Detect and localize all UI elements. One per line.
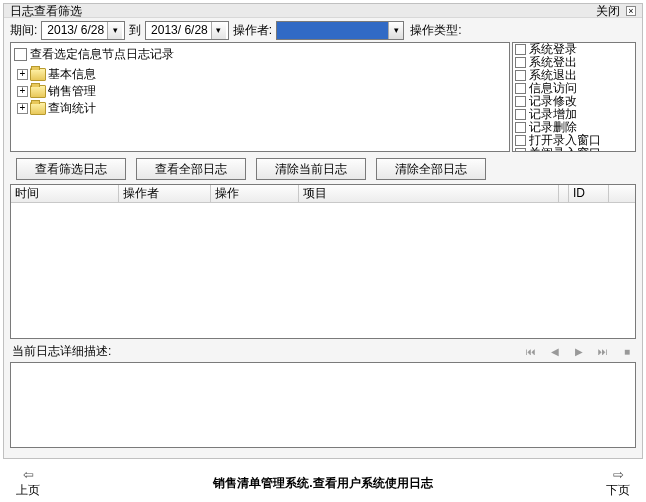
checkbox[interactable] [515,148,526,152]
folder-icon [30,102,46,115]
checkbox[interactable] [515,70,526,81]
checkbox[interactable] [515,44,526,55]
chevron-down-icon[interactable]: ▾ [107,22,122,39]
optype-item-label: 关闭录入窗口 [529,147,601,152]
col-id[interactable]: ID [569,185,609,202]
col-end[interactable] [609,185,635,202]
col-time[interactable]: 时间 [11,185,119,202]
prev-page-button[interactable]: ⇦ 上页 [16,467,40,499]
log-grid: 时间 操作者 操作 项目 ID [10,184,636,339]
window-title: 日志查看筛选 [10,4,82,18]
date-to-value: 2013/ 6/28 [148,23,211,37]
view-all-button[interactable]: 查看全部日志 [136,158,246,180]
col-project[interactable]: 项目 [299,185,559,202]
operator-label: 操作者: [233,22,272,39]
prev-page-label: 上页 [16,482,40,499]
date-to-input[interactable]: 2013/ 6/28 ▾ [145,21,229,40]
next-page-button[interactable]: ⇨ 下页 [606,467,630,499]
tree-node-label: 销售管理 [48,83,96,100]
close-group: 关闭 × [596,4,636,18]
operator-dropdown[interactable]: ▾ [276,21,404,40]
optype-panel: 系统登录系统登出系统退出信息访问记录修改记录增加记录删除打开录入窗口关闭录入窗口… [512,42,636,152]
detail-textarea[interactable] [10,362,636,448]
next-record-icon[interactable]: ▶ [572,345,586,359]
checkbox-view-selected[interactable] [14,48,27,61]
col-blank[interactable] [559,185,569,202]
arrow-left-icon: ⇦ [19,467,37,481]
tree: + 基本信息 + 销售管理 + 查询统计 [13,66,507,117]
checkbox-label: 查看选定信息节点日志记录 [30,46,174,63]
tree-node[interactable]: + 销售管理 [17,83,507,100]
tree-node[interactable]: + 查询统计 [17,100,507,117]
clear-all-button[interactable]: 清除全部日志 [376,158,486,180]
arrow-right-icon: ⇨ [609,467,627,481]
checkbox[interactable] [515,122,526,133]
grid-header: 时间 操作者 操作 项目 ID [11,185,635,203]
next-page-label: 下页 [606,482,630,499]
tree-panel: 查看选定信息节点日志记录 + 基本信息 + 销售管理 + 查询统计 [10,42,510,152]
to-label: 到 [129,22,141,39]
expander-icon[interactable]: + [17,86,28,97]
chevron-down-icon[interactable]: ▾ [388,22,403,39]
tree-node[interactable]: + 基本信息 [17,66,507,83]
clear-current-button[interactable]: 清除当前日志 [256,158,366,180]
col-operator[interactable]: 操作者 [119,185,211,202]
stop-icon[interactable]: ■ [620,345,634,359]
checkbox[interactable] [515,135,526,146]
close-icon[interactable]: × [626,6,636,16]
date-from-value: 2013/ 6/28 [44,23,107,37]
folder-icon [30,68,46,81]
tree-node-label: 基本信息 [48,66,96,83]
checkbox[interactable] [515,83,526,94]
checkbox[interactable] [515,96,526,107]
prev-record-icon[interactable]: ◀ [548,345,562,359]
record-nav: ⏮ ◀ ▶ ⏭ ■ [524,345,634,359]
expander-icon[interactable]: + [17,69,28,80]
close-label[interactable]: 关闭 [596,4,620,18]
last-record-icon[interactable]: ⏭ [596,345,610,359]
folder-icon [30,85,46,98]
optype-label: 操作类型: [410,22,461,39]
footer-title: 销售清单管理系统.查看用户系统使用日志 [213,475,432,492]
period-label: 期间: [10,22,37,39]
checkbox[interactable] [515,109,526,120]
chevron-down-icon[interactable]: ▾ [211,22,226,39]
date-from-input[interactable]: 2013/ 6/28 ▾ [41,21,125,40]
tree-node-label: 查询统计 [48,100,96,117]
first-record-icon[interactable]: ⏮ [524,345,538,359]
checkbox[interactable] [515,57,526,68]
expander-icon[interactable]: + [17,103,28,114]
optype-item[interactable]: 关闭录入窗口 [513,147,635,152]
detail-label: 当前日志详细描述: [12,343,111,360]
col-operation[interactable]: 操作 [211,185,299,202]
view-filtered-button[interactable]: 查看筛选日志 [16,158,126,180]
